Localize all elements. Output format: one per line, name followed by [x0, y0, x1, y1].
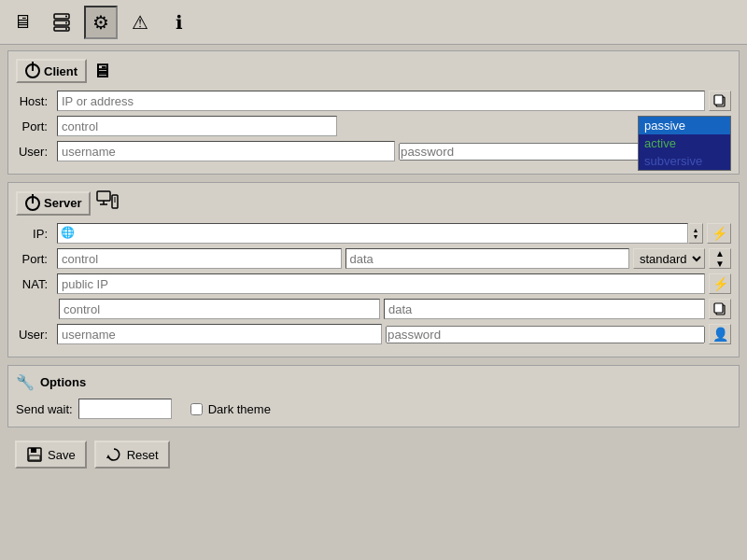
- client-btn-label: Client: [44, 64, 78, 78]
- svg-rect-18: [31, 448, 36, 453]
- nat-sub-row: [59, 299, 731, 319]
- server-btn-label: Server: [44, 196, 81, 210]
- dark-theme-group: Dark theme: [190, 402, 271, 416]
- host-copy-btn[interactable]: [709, 91, 731, 111]
- client-section: Client 🖥 Host: Port: passive a: [7, 50, 740, 175]
- main-content: Client 🖥 Host: Port: passive a: [0, 45, 747, 560]
- ip-globe-icon: 🌐: [61, 226, 75, 239]
- options-row: Send wait: 200 Dark theme: [16, 399, 731, 419]
- user-label-client: User:: [16, 145, 53, 159]
- client-header: Client 🖥: [16, 59, 731, 83]
- send-wait-label: Send wait:: [16, 402, 73, 416]
- port-data-input-server[interactable]: [345, 248, 630, 269]
- server-header: Server: [16, 190, 731, 216]
- ip-label: IP:: [16, 227, 53, 241]
- ip-select-container: 🌐 192.168.1.4 ▲ ▼: [57, 223, 703, 244]
- nat-label: NAT:: [16, 277, 53, 291]
- dropdown-option-passive[interactable]: passive: [639, 117, 730, 134]
- mode-dropdown-list: passive active subversive: [638, 116, 731, 171]
- info-toolbar-btn[interactable]: ℹ: [162, 6, 196, 39]
- port-spinner-btn[interactable]: ▲▼: [709, 248, 731, 269]
- monitor-toolbar-btn[interactable]: 🖥: [6, 6, 39, 39]
- svg-point-3: [65, 15, 67, 17]
- svg-rect-8: [97, 191, 110, 201]
- send-wait-input[interactable]: 200: [78, 399, 172, 419]
- reset-button[interactable]: Reset: [94, 441, 170, 469]
- svg-marker-20: [106, 455, 110, 458]
- power-icon-server: [25, 196, 40, 211]
- username-input-client[interactable]: [57, 141, 395, 161]
- svg-rect-16: [714, 303, 723, 313]
- svg-rect-19: [29, 455, 40, 460]
- port-mode-select[interactable]: standard passive active: [633, 248, 705, 269]
- port-label-client: Port:: [16, 119, 53, 133]
- svg-point-5: [65, 28, 67, 30]
- nat-input[interactable]: [57, 273, 705, 294]
- dark-theme-label[interactable]: Dark theme: [208, 402, 271, 416]
- settings-toolbar-btn[interactable]: ⚙: [84, 6, 118, 39]
- server-monitor-icon: [96, 190, 119, 216]
- port-control-input-server[interactable]: [57, 248, 342, 269]
- options-section: 🔧 Options Send wait: 200 Dark theme: [7, 365, 740, 427]
- svg-point-4: [65, 21, 67, 23]
- reset-label: Reset: [127, 448, 159, 462]
- bottom-toolbar: Save Reset: [7, 435, 740, 474]
- port-label-server: Port:: [16, 252, 53, 266]
- ip-input[interactable]: 192.168.1.4: [57, 223, 688, 244]
- wrench-icon: 🔧: [16, 373, 35, 391]
- client-btn[interactable]: Client: [16, 59, 87, 83]
- port-input-client[interactable]: [57, 116, 337, 136]
- user-row-client: User:: [16, 141, 731, 161]
- nat-data-input[interactable]: [384, 299, 705, 319]
- port-row-client: Port: passive active subversive: [16, 116, 731, 136]
- save-icon: [26, 446, 43, 463]
- dropdown-option-subversive[interactable]: subversive: [639, 152, 730, 170]
- save-label: Save: [48, 448, 76, 462]
- dropdown-option-active[interactable]: active: [639, 134, 730, 152]
- monitor-icon-client: 🖥: [92, 61, 111, 82]
- nat-row: NAT: ⚡: [16, 273, 731, 294]
- username-input-server[interactable]: [57, 324, 382, 344]
- nat-lightning-btn[interactable]: ⚡: [709, 273, 731, 294]
- port-row-server: Port: standard passive active ▲▼: [16, 248, 731, 269]
- server-toolbar-btn[interactable]: [45, 6, 78, 39]
- send-wait-group: Send wait: 200: [16, 399, 172, 419]
- ip-refresh-btn[interactable]: ⚡: [707, 223, 731, 244]
- top-toolbar: 🖥 ⚙ ⚠ ℹ: [0, 0, 747, 45]
- options-label: Options: [40, 375, 86, 389]
- host-row: Host:: [16, 91, 731, 111]
- power-icon-client: [25, 63, 40, 78]
- dark-theme-checkbox[interactable]: [190, 403, 203, 415]
- nat-control-input[interactable]: [59, 299, 380, 319]
- server-section: Server IP: 🌐 192.168.1.4: [7, 182, 740, 357]
- ip-row: IP: 🌐 192.168.1.4 ▲ ▼ ⚡: [16, 223, 731, 244]
- options-header: 🔧 Options: [16, 373, 731, 391]
- user-label-server: User:: [16, 328, 53, 342]
- user-row-server: User: 👤: [16, 324, 731, 344]
- svg-rect-7: [714, 95, 723, 105]
- server-btn[interactable]: Server: [16, 191, 91, 216]
- nat-copy-btn[interactable]: [709, 299, 731, 319]
- host-input[interactable]: [57, 91, 705, 111]
- save-button[interactable]: Save: [15, 441, 87, 469]
- user-icon-btn[interactable]: 👤: [709, 324, 731, 344]
- reset-icon: [106, 446, 122, 463]
- password-input-server[interactable]: [386, 326, 705, 343]
- host-label: Host:: [16, 94, 53, 108]
- warning-toolbar-btn[interactable]: ⚠: [123, 6, 157, 39]
- ip-spinner[interactable]: ▲ ▼: [688, 223, 703, 244]
